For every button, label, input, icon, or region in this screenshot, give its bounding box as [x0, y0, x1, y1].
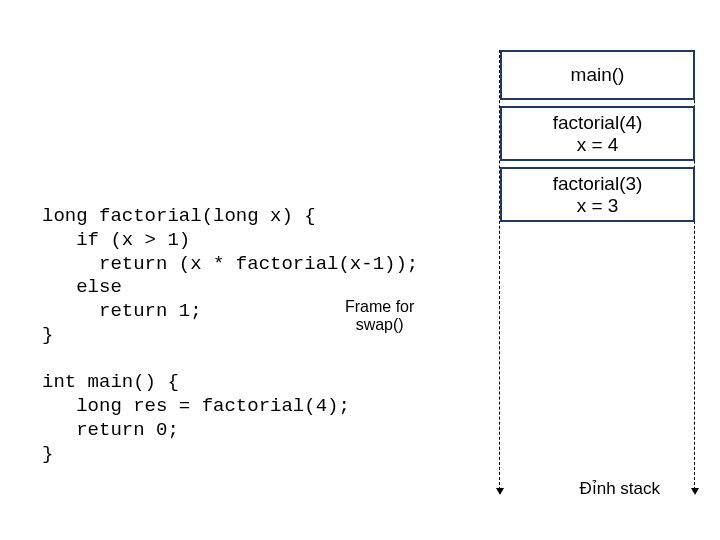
stack-bottom-label: Đỉnh stack [579, 478, 660, 499]
frame-label-line1: factorial(4) [502, 112, 693, 134]
annotation-line1: Frame for [345, 298, 414, 316]
frame-label-line2: x = 3 [502, 195, 693, 217]
code-area: long factorial(long x) { if (x > 1) retu… [42, 205, 418, 466]
frame-annotation: Frame for swap() [345, 298, 414, 335]
stack-column: main() factorial(4) x = 4 factorial(3) x… [500, 50, 695, 228]
annotation-line2: swap() [345, 316, 414, 334]
frame-label-line2: x = 4 [502, 134, 693, 156]
arrow-down-left-icon [496, 488, 504, 495]
stack-frame-factorial-4: factorial(4) x = 4 [500, 106, 695, 161]
arrow-down-right-icon [691, 488, 699, 495]
stack-frame-main: main() [500, 50, 695, 100]
frame-label: main() [502, 64, 693, 86]
code-main: int main() { long res = factorial(4); re… [42, 371, 350, 464]
frame-label-line1: factorial(3) [502, 173, 693, 195]
stack-frame-factorial-3: factorial(3) x = 3 [500, 167, 695, 222]
